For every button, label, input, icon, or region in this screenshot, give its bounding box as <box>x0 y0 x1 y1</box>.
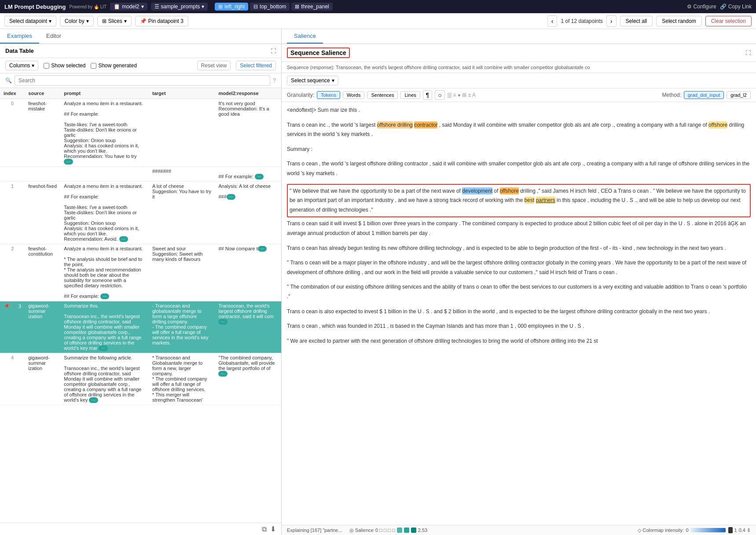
tab-top-bottom[interactable]: ⊟ top_bottom <box>250 3 290 11</box>
copy-link-button[interactable]: 🔗 Copy Link <box>720 4 752 10</box>
highlighted-box: " We believe that we have the opportunit… <box>287 184 751 218</box>
cell-prompt: Summarize this. Transocean inc., the wor… <box>60 301 149 353</box>
nav-next-icon: › <box>610 18 613 25</box>
gran-tokens-button[interactable]: Tokens <box>317 91 340 99</box>
select-datapoint-button[interactable]: Select datapoint ▾ <box>4 16 56 26</box>
nav-prev-button[interactable]: ‹ <box>547 15 558 27</box>
table-row[interactable]: 📌 ☆ 3 gigaword-summarization Summarize t… <box>0 301 281 353</box>
table-row[interactable]: 0 fewshot-mistake Analyze a menu item in… <box>0 99 281 167</box>
tab-editor[interactable]: Editor <box>39 29 68 44</box>
dataset-label: sample_prompts <box>161 4 200 10</box>
more-badge[interactable]: ··· <box>258 246 267 252</box>
highlighted-text: contractor <box>414 121 437 128</box>
cell-prompt: Analyze a menu item in a restaurant. * T… <box>60 244 149 301</box>
select-random-button[interactable]: Select random <box>656 16 701 26</box>
configure-button[interactable]: ⚙ Configure <box>687 4 716 10</box>
cell-target: * Transocean and Globalsantafe merge to … <box>149 353 215 405</box>
table-row[interactable]: 4 gigaword-summarization Summarize the f… <box>0 353 281 405</box>
table-row[interactable]: 2 fewshot-constitution Analyze a menu it… <box>0 244 281 301</box>
gran-words-button[interactable]: Words <box>343 91 365 99</box>
gran-circle-button[interactable]: ○ <box>435 90 444 100</box>
tab-three-panel[interactable]: ⊠ three_panel <box>291 3 332 11</box>
powered-by: Powered by 🔥 LIT <box>69 4 106 9</box>
explaining-status: Explaining [167] "partne... <box>287 528 342 533</box>
gran-sentences-button[interactable]: Sentences <box>367 91 398 99</box>
pin-icon[interactable]: 📌 <box>4 303 10 309</box>
more-badge[interactable]: ··· <box>99 345 107 351</box>
app-title: LM Prompt Debugging <box>4 4 66 10</box>
cell-index: 2 <box>0 244 25 301</box>
copy-table-button[interactable]: ⧉ <box>262 525 267 533</box>
expand-icon[interactable]: ⛶ <box>271 48 276 54</box>
help-icon[interactable]: ? <box>273 77 276 84</box>
main-layout: Examples Editor Data Table ⛶ Columns ▾ S… <box>0 29 756 535</box>
sequence-info: Sequence (response): Transocean, the wor… <box>282 62 756 73</box>
search-icon: 🔍 <box>5 77 12 84</box>
show-selected-checkbox[interactable]: Show selected <box>44 62 85 69</box>
cell-response: ## For example: ··· <box>215 167 281 182</box>
model-label: model2 <box>122 4 139 10</box>
more-badge[interactable]: ··· <box>100 293 109 299</box>
tab-icon: ⊟ <box>253 4 258 10</box>
nav-next-button[interactable]: › <box>606 15 617 27</box>
nav-prev-icon: ‹ <box>551 18 554 25</box>
more-badge[interactable]: ··· <box>255 174 264 180</box>
method-grad-dot-button[interactable]: grad_dot_input <box>684 91 724 99</box>
col-prompt: prompt <box>60 88 149 99</box>
columns-button[interactable]: Columns ▾ <box>5 61 38 70</box>
show-selected-input[interactable] <box>44 63 49 69</box>
tab-salience[interactable]: Salience <box>287 29 323 44</box>
table-row[interactable]: ####### ## For example: ··· <box>0 167 281 182</box>
highlighted-text: offshore <box>708 121 727 128</box>
select-sequence-button[interactable]: Select sequence ▾ <box>287 76 338 85</box>
table-row[interactable]: 1 fewshot-fixed Analyze a menu item in a… <box>0 182 281 244</box>
highlighted-text: offshore <box>500 187 519 194</box>
reset-view-button[interactable]: Reset view <box>197 61 231 70</box>
top-bar: LM Prompt Debugging Powered by 🔥 LIT 📋 m… <box>0 0 756 13</box>
gran-para-button[interactable]: ¶ <box>423 90 433 100</box>
dataset-selector[interactable]: ☰ sample_prompts ▾ <box>151 3 208 11</box>
content-block-12: " We are excited to partner with the nex… <box>287 337 751 346</box>
more-badge[interactable]: ··· <box>119 236 128 242</box>
tab-left-right[interactable]: ⊞ left_right <box>215 3 248 11</box>
data-table-title: Data Table <box>5 48 267 54</box>
color-by-button[interactable]: Color by ▾ <box>60 16 94 26</box>
columns-chevron: ▾ <box>32 62 34 69</box>
gran-lines-button[interactable]: Lines <box>400 91 420 99</box>
cell-response: It's not very goodRecommendation: It's a… <box>215 99 281 167</box>
expand-salience-icon[interactable]: ⛶ <box>745 50 751 56</box>
highlighted-underlined-text: partners <box>536 197 555 204</box>
colormap-handle[interactable] <box>728 527 733 533</box>
more-badge[interactable]: ··· <box>64 159 73 165</box>
colormap-gradient <box>690 528 726 532</box>
more-badge[interactable]: ··· <box>227 194 235 200</box>
cell-source <box>25 167 60 182</box>
method-grad-l2-button[interactable]: grad_l2 <box>727 91 751 99</box>
tab-examples[interactable]: Examples <box>0 29 39 44</box>
model-selector[interactable]: 📋 model2 ▾ <box>110 3 147 11</box>
slices-icon: ⊞ <box>102 18 106 24</box>
clear-selection-button[interactable]: Clear selection <box>705 16 752 26</box>
slices-button[interactable]: ⊞ Slices ▾ <box>97 16 132 26</box>
more-badge[interactable]: ··· <box>89 397 98 403</box>
content-block-2: Trans o cean inc ., the world 's largest… <box>287 121 751 139</box>
content-block-10: Trans o cean is also expected to invest … <box>287 307 751 317</box>
left-panel: Examples Editor Data Table ⛶ Columns ▾ S… <box>0 29 282 535</box>
main-toolbar: Select datapoint ▾ Color by ▾ ⊞ Slices ▾… <box>0 13 756 29</box>
select-all-button[interactable]: Select all <box>620 16 653 26</box>
method-label: Method: <box>662 92 681 98</box>
search-input[interactable] <box>15 75 270 86</box>
cell-source: gigaword-summarization <box>25 353 60 405</box>
col-target: target <box>149 88 215 99</box>
pin-datapoint-button[interactable]: 📌 Pin datapoint 3 <box>135 16 188 26</box>
col-index: index <box>0 88 25 99</box>
show-generated-input[interactable] <box>91 63 96 69</box>
cell-index: 📌 ☆ 3 <box>0 301 25 353</box>
more-badge[interactable]: ··· <box>218 319 227 325</box>
more-badge[interactable]: ··· <box>218 371 227 377</box>
right-tabs: Salience <box>282 29 756 44</box>
select-filtered-button[interactable]: Select filtered <box>236 61 276 70</box>
star-icon[interactable]: ☆ <box>12 303 17 309</box>
download-table-button[interactable]: ⬇ <box>270 525 276 533</box>
show-generated-checkbox[interactable]: Show generated <box>91 62 136 69</box>
